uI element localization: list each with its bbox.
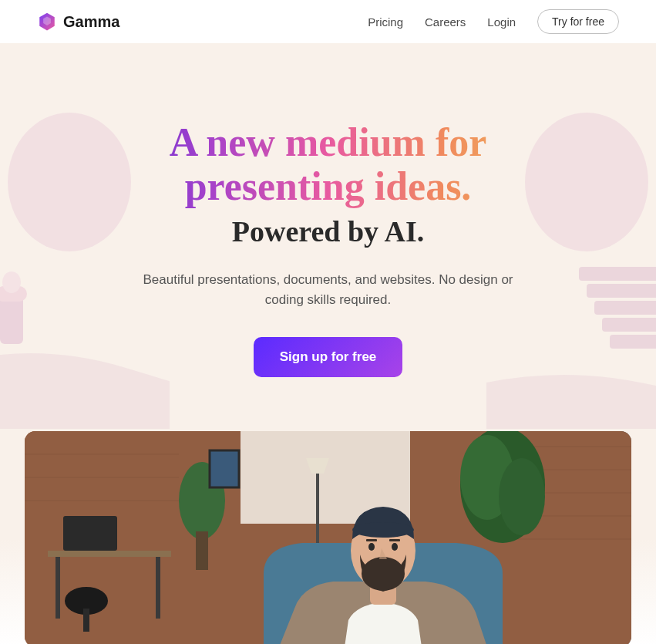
- nav-login[interactable]: Login: [487, 15, 516, 29]
- svg-rect-21: [48, 551, 171, 557]
- svg-point-35: [352, 522, 414, 538]
- hero-description: Beautiful presentations, documents, and …: [136, 270, 521, 309]
- svg-rect-23: [156, 557, 160, 619]
- svg-point-37: [368, 543, 375, 551]
- hero-content: A new medium for presenting ideas. Power…: [31, 120, 625, 377]
- main-nav: Pricing Careers Login Try for free: [368, 9, 619, 34]
- logo[interactable]: Gamma: [37, 12, 119, 32]
- svg-point-38: [392, 543, 398, 551]
- svg-rect-22: [56, 557, 60, 619]
- svg-rect-40: [389, 539, 400, 541]
- video-thumbnail: [25, 431, 631, 644]
- svg-point-36: [362, 557, 405, 591]
- svg-rect-24: [63, 516, 117, 551]
- try-free-button[interactable]: Try for free: [537, 9, 619, 34]
- gamma-logo-icon: [37, 12, 57, 32]
- brand-name: Gamma: [63, 13, 119, 31]
- nav-careers[interactable]: Careers: [425, 15, 466, 29]
- hero-subtitle: Powered by AI.: [31, 214, 625, 248]
- video-section: [0, 431, 656, 644]
- svg-point-32: [499, 458, 545, 535]
- video-player[interactable]: [25, 431, 631, 644]
- header: Gamma Pricing Careers Login Try for free: [0, 0, 656, 43]
- svg-rect-26: [83, 609, 89, 632]
- svg-point-3: [2, 271, 21, 293]
- nav-pricing[interactable]: Pricing: [368, 15, 403, 29]
- signup-button[interactable]: Sign up for free: [254, 337, 403, 377]
- svg-rect-41: [210, 450, 239, 487]
- svg-rect-28: [196, 531, 208, 570]
- hero-title: A new medium for presenting ideas.: [97, 120, 560, 208]
- svg-rect-39: [366, 539, 377, 541]
- hero-section: A new medium for presenting ideas. Power…: [0, 43, 656, 431]
